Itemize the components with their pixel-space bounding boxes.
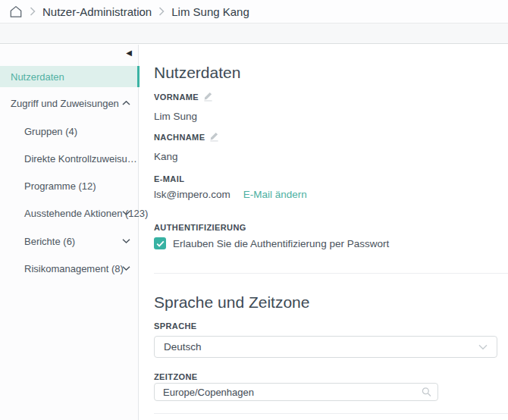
- sidebar-item-berichte[interactable]: Berichte (6): [0, 234, 139, 249]
- auth-label: AUTHENTIFIZIERUNG: [154, 223, 246, 232]
- sidebar-item-label: Berichte (6): [24, 236, 75, 247]
- section-divider: [154, 273, 508, 274]
- sprache-label: SPRACHE: [154, 321, 197, 331]
- timezone-input[interactable]: [154, 383, 438, 401]
- nachname-value: Kang: [154, 151, 178, 162]
- sidebar: ◀ Nutzerdaten Zugriff und Zuweisungen Gr…: [0, 45, 139, 420]
- vorname-label-row: VORNAME: [154, 91, 213, 102]
- timezone-search-field: [154, 383, 438, 401]
- password-auth-checkbox[interactable]: [154, 237, 166, 249]
- collapse-left-icon[interactable]: ◀: [126, 48, 132, 58]
- bottom-divider: [154, 413, 508, 414]
- sidebar-item-programme[interactable]: Programme (12): [0, 178, 139, 193]
- nachname-label: NACHNAME: [154, 133, 205, 142]
- chevron-right-icon: [30, 7, 36, 16]
- sidebar-item-label: Nutzerdaten: [11, 71, 64, 83]
- chevron-down-icon: [122, 266, 130, 271]
- toolbar-band: [0, 24, 508, 44]
- home-button[interactable]: [9, 5, 23, 18]
- sidebar-item-nutzerdaten[interactable]: Nutzerdaten: [0, 66, 139, 87]
- sidebar-item-label: Gruppen (4): [24, 126, 77, 137]
- language-select[interactable]: Deutsch: [154, 336, 497, 358]
- vorname-label: VORNAME: [154, 92, 199, 102]
- auth-checkbox-row: Erlauben Sie die Authentifizierung per P…: [154, 237, 389, 249]
- nachname-label-row: NACHNAME: [154, 131, 219, 142]
- edit-pencil-icon[interactable]: [209, 131, 219, 142]
- breadcrumb-item-user: Lim Sung Kang: [171, 5, 249, 18]
- email-row: lsk@impero.com E-Mail ändern: [154, 189, 307, 200]
- sidebar-item-gruppen[interactable]: Gruppen (4): [0, 124, 139, 139]
- breadcrumb: Nutzer-Administration Lim Sung Kang: [0, 0, 508, 24]
- search-icon: [422, 387, 431, 397]
- home-icon: [9, 5, 23, 18]
- chevron-down-icon: [122, 239, 130, 244]
- vorname-value: Lim Sung: [154, 111, 197, 122]
- breadcrumb-item-admin[interactable]: Nutzer-Administration: [42, 5, 152, 18]
- chevron-right-icon: [158, 7, 165, 16]
- sidebar-item-label: Zugriff und Zuweisungen: [11, 98, 119, 109]
- sidebar-item-label: Risikomanagement (8): [24, 263, 124, 274]
- chevron-up-icon: [122, 101, 130, 106]
- page-title: Nutzerdaten: [154, 64, 240, 82]
- sidebar-item-label: Direkte Kontrollzuweisungen …: [24, 153, 138, 165]
- sidebar-item-risikomanagement[interactable]: Risikomanagement (8): [0, 261, 139, 276]
- sidebar-item-direkte-kontrollzuweisungen[interactable]: Direkte Kontrollzuweisungen …: [0, 151, 139, 166]
- auth-checkbox-label: Erlauben Sie die Authentifizierung per P…: [173, 238, 389, 249]
- chevron-down-icon: [122, 211, 130, 216]
- zeitzone-label: ZEITZONE: [154, 372, 198, 381]
- email-value: lsk@impero.com: [154, 189, 230, 200]
- change-email-link[interactable]: E-Mail ändern: [243, 189, 307, 200]
- sidebar-item-zugriff-und-zuweisungen[interactable]: Zugriff und Zuweisungen: [0, 96, 139, 111]
- check-icon: [156, 240, 165, 247]
- section2-title: Sprache und Zeitzone: [154, 293, 309, 312]
- email-label: E-MAIL: [154, 174, 184, 183]
- edit-pencil-icon[interactable]: [203, 91, 213, 102]
- sidebar-item-ausstehende-aktionen[interactable]: Ausstehende Aktionen (123): [0, 205, 139, 221]
- language-select-value: Deutsch: [164, 341, 202, 353]
- user-admin-page: Nutzer-Administration Lim Sung Kang ◀ Nu…: [0, 0, 508, 420]
- sidebar-item-label: Programme (12): [24, 180, 96, 192]
- chevron-down-icon: [478, 344, 488, 350]
